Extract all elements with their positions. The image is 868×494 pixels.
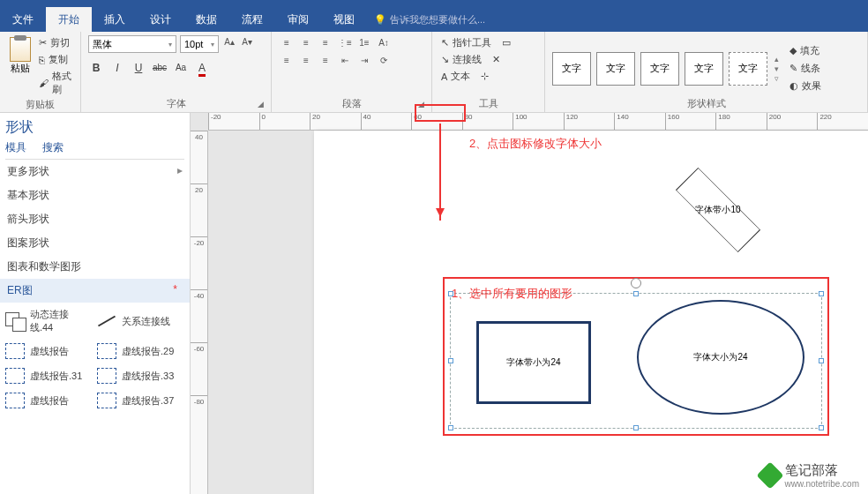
shapes-pane-title: 形状 (5, 118, 184, 137)
style-gallery-down[interactable]: ▾ (774, 64, 779, 73)
stencil-report-33[interactable]: 虚线报告.33 (97, 368, 178, 384)
connect-point-icon: ⊹ (481, 71, 489, 82)
resize-handle-sw[interactable] (448, 425, 453, 430)
shapes-cat-chart[interactable]: 图表和数学图形 (0, 255, 190, 279)
line-button[interactable]: ✎线条 (788, 61, 823, 76)
shape-style-5[interactable]: 文字 (729, 52, 767, 86)
stencil-report-37[interactable]: 虚线报告.37 (97, 393, 178, 408)
dyn-connector-icon (5, 312, 25, 330)
resize-handle-s[interactable] (633, 425, 639, 430)
stencil-dynamic-connector[interactable]: 动态连接线.44 (5, 308, 86, 334)
copy-button[interactable]: ⎘复制 (37, 52, 73, 67)
shape-ellipse[interactable]: 字体大小为24 (637, 300, 804, 415)
align-left-button[interactable]: ≡ (279, 53, 295, 67)
align-middle-button[interactable]: ≡ (298, 35, 314, 49)
paste-button[interactable]: 粘贴 (7, 35, 34, 77)
connect-point-button[interactable]: ⊹ (479, 69, 490, 84)
shapes-cat-basic[interactable]: 基本形状 (0, 183, 190, 207)
text-tool-button[interactable]: A文本 (439, 69, 472, 84)
stencil-relation-connector[interactable]: 关系连接线 (97, 308, 178, 334)
text-icon: A (441, 71, 447, 82)
rectangle-tool-button[interactable]: ▭ (500, 35, 513, 50)
shapes-tab-search[interactable]: 搜索 (42, 140, 64, 155)
shape-style-2[interactable]: 文字 (596, 52, 635, 86)
increase-indent-button[interactable]: ⇥ (356, 53, 372, 67)
tab-view[interactable]: 视图 (321, 7, 367, 32)
shrink-font-button[interactable]: A▾ (240, 37, 254, 51)
annotation-highlight-box (415, 104, 466, 122)
shape-rectangle[interactable]: 字体带小为24 (476, 321, 591, 404)
pointer-tool-button[interactable]: ↖指针工具 (439, 35, 493, 50)
ruler-vertical: 4020-20-40-60-80 (191, 131, 208, 494)
grow-font-button[interactable]: A▴ (222, 37, 236, 51)
shapes-cat-er[interactable]: ER图* (0, 279, 190, 303)
shapes-pane: 形状 模具 搜索 更多形状 ▸ 基本形状 箭头形状 图案形状 图表和数学图形 E… (0, 113, 191, 494)
resize-handle-ne[interactable] (819, 291, 824, 296)
decrease-indent-button[interactable]: ⇤ (337, 53, 353, 67)
group-clipboard: 粘贴 ✂剪切 ⎘复制 🖌格式刷 剪贴板 (0, 32, 81, 112)
copy-icon: ⎘ (39, 55, 45, 65)
dashed-box-icon (97, 393, 116, 408)
style-gallery-up[interactable]: ▴ (774, 55, 779, 64)
stencil-report-1[interactable]: 虚线报告 (5, 343, 86, 359)
shape-diamond[interactable]: 字体带小10 (674, 183, 762, 236)
resize-handle-se[interactable] (819, 425, 824, 430)
shape-style-1[interactable]: 文字 (552, 52, 591, 86)
font-color-button[interactable]: A (194, 60, 210, 76)
align-center-button[interactable]: ≡ (298, 53, 314, 67)
watermark: 笔记部落 www.notetribe.com (760, 462, 859, 489)
fill-button[interactable]: ◆填充 (788, 43, 823, 58)
shapes-cat-arrow[interactable]: 箭头形状 (0, 207, 190, 231)
strike-button[interactable]: abc (152, 60, 168, 76)
resize-handle-w[interactable] (448, 358, 453, 363)
change-case-button[interactable]: Aa (173, 60, 189, 76)
tab-insert[interactable]: 插入 (92, 7, 138, 32)
shapes-cat-more[interactable]: 更多形状 ▸ (0, 160, 190, 183)
bullets-button[interactable]: ⋮≡ (337, 35, 353, 49)
tab-review[interactable]: 审阅 (275, 7, 321, 32)
text-direction-button[interactable]: A↕ (376, 35, 392, 49)
resize-handle-n[interactable] (633, 291, 639, 296)
tab-process[interactable]: 流程 (229, 7, 275, 32)
stencil-report-1b[interactable]: 虚线报告 (5, 393, 86, 408)
bold-button[interactable]: B (88, 60, 104, 76)
style-gallery-more[interactable]: ▿ (774, 74, 779, 83)
align-right-button[interactable]: ≡ (318, 53, 333, 67)
rectangle-icon: ▭ (502, 37, 511, 49)
ruler-horizontal: -20020406080100120140160180200220 (208, 113, 868, 131)
x-tool-button[interactable]: ✕ (490, 52, 502, 67)
font-name-select[interactable]: 黑体▾ (88, 35, 176, 53)
tell-me-search[interactable]: 💡 告诉我您想要做什么... (374, 13, 485, 26)
group-paragraph: ≡ ≡ ≡ ⋮≡ 1≡ A↕ ≡ ≡ ≡ ⇤ ⇥ ⟳ 段落 ◢ (272, 32, 432, 112)
stencil-report-29[interactable]: 虚线报告.29 (97, 343, 178, 359)
canvas: -20020406080100120140160180200220 4020-2… (191, 113, 868, 494)
underline-button[interactable]: U (131, 60, 146, 76)
font-size-select[interactable]: 10pt▾ (180, 35, 219, 53)
format-painter-button[interactable]: 🖌格式刷 (37, 69, 73, 97)
brush-icon: 🖌 (39, 78, 49, 88)
align-top-button[interactable]: ≡ (279, 35, 295, 49)
rotate-text-button[interactable]: ⟳ (376, 53, 392, 67)
stencil-report-31[interactable]: 虚线报告.31 (5, 368, 86, 384)
shapes-cat-pattern[interactable]: 图案形状 (0, 231, 190, 255)
resize-handle-e[interactable] (819, 358, 824, 363)
shapes-tab-stencil[interactable]: 模具 (5, 140, 26, 155)
italic-button[interactable]: I (109, 60, 125, 76)
shape-style-3[interactable]: 文字 (640, 52, 679, 86)
dashed-box-icon (5, 393, 25, 408)
tab-design[interactable]: 设计 (138, 7, 183, 32)
rotate-handle[interactable] (631, 278, 641, 288)
align-bottom-button[interactable]: ≡ (318, 35, 333, 49)
tab-home[interactable]: 开始 (46, 7, 92, 32)
group-label-shape-styles: 形状样式 (552, 96, 860, 110)
tab-data[interactable]: 数据 (183, 7, 229, 32)
connector-tool-button[interactable]: ↘连接线 (439, 52, 483, 67)
effects-button[interactable]: ◐效果 (788, 79, 823, 94)
annotation-text-2: 2、点击图标修改字体大小 (469, 136, 602, 152)
numbering-button[interactable]: 1≡ (356, 35, 372, 49)
tab-file[interactable]: 文件 (0, 7, 46, 32)
bulb-icon: 💡 (374, 14, 386, 26)
shape-style-4[interactable]: 文字 (685, 52, 723, 86)
font-dialog-launcher[interactable]: ◢ (258, 100, 268, 110)
cut-button[interactable]: ✂剪切 (37, 35, 73, 50)
